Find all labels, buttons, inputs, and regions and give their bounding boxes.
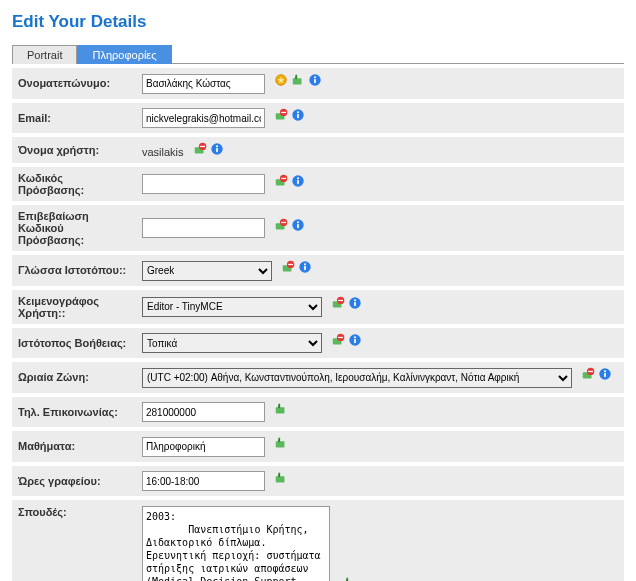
page-title: Edit Your Details <box>12 12 624 32</box>
field-visible-icon[interactable] <box>291 73 305 87</box>
field-hidden-icon[interactable] <box>274 218 288 232</box>
tab-portrait[interactable]: Portrait <box>12 45 77 64</box>
info-icon[interactable] <box>348 333 362 347</box>
studies-label: Σπουδές: <box>12 498 136 581</box>
info-icon[interactable] <box>291 174 305 188</box>
field-hidden-icon[interactable] <box>281 260 295 274</box>
sitelang-select[interactable]: Greek <box>142 261 272 281</box>
info-icon[interactable] <box>298 260 312 274</box>
field-visible-icon[interactable] <box>342 576 356 581</box>
field-visible-icon[interactable] <box>274 471 288 485</box>
password-label: Κωδικός Πρόσβασης: <box>12 165 136 203</box>
form-table: Ονοματεπώνυμο: Email: Όνομα χρήστη: vasi… <box>12 64 624 581</box>
timezone-label: Ωριαία Ζώνη: <box>12 360 136 395</box>
office-input[interactable] <box>142 471 265 491</box>
info-icon[interactable] <box>291 218 305 232</box>
info-icon[interactable] <box>598 367 612 381</box>
phone-label: Τηλ. Επικοινωνίας: <box>12 395 136 430</box>
field-hidden-icon[interactable] <box>581 367 595 381</box>
username-label: Όνομα χρήστη: <box>12 135 136 165</box>
field-hidden-icon[interactable] <box>331 333 345 347</box>
editor-select[interactable]: Editor - TinyMCE <box>142 297 322 317</box>
password-input[interactable] <box>142 174 265 194</box>
field-visible-icon[interactable] <box>274 436 288 450</box>
field-hidden-icon[interactable] <box>274 174 288 188</box>
timezone-select[interactable]: (UTC +02:00) Αθήνα, Κωνσταντινούπολη, Ιε… <box>142 368 572 388</box>
helpsite-label: Ιστότοπος Βοήθειας: <box>12 326 136 361</box>
helpsite-select[interactable]: Τοπικά <box>142 333 322 353</box>
password2-input[interactable] <box>142 218 265 238</box>
courses-input[interactable] <box>142 437 265 457</box>
tab-bar: Portrait Πληροφορίες <box>12 44 624 64</box>
info-icon[interactable] <box>210 142 224 156</box>
password2-label: Επιβεβαίωση Κωδικού Πρόσβασης: <box>12 203 136 253</box>
username-value: vasilakis <box>142 146 184 158</box>
star-icon <box>274 73 288 87</box>
email-label: Email: <box>12 101 136 136</box>
studies-textarea[interactable] <box>142 506 330 581</box>
field-hidden-icon[interactable] <box>193 142 207 156</box>
email-input[interactable] <box>142 108 265 128</box>
office-label: Ώρες γραφείου: <box>12 464 136 499</box>
info-icon[interactable] <box>348 296 362 310</box>
info-icon[interactable] <box>291 108 305 122</box>
info-icon[interactable] <box>308 73 322 87</box>
name-label: Ονοματεπώνυμο: <box>12 66 136 101</box>
editor-label: Κειμενογράφος Χρήστη:: <box>12 288 136 326</box>
name-input[interactable] <box>142 74 265 94</box>
field-hidden-icon[interactable] <box>331 296 345 310</box>
courses-label: Μαθήματα: <box>12 429 136 464</box>
tab-info[interactable]: Πληροφορίες <box>77 45 171 64</box>
phone-input[interactable] <box>142 402 265 422</box>
field-hidden-icon[interactable] <box>274 108 288 122</box>
field-visible-icon[interactable] <box>274 402 288 416</box>
sitelang-label: Γλώσσα Ιστοτόπου:: <box>12 253 136 288</box>
